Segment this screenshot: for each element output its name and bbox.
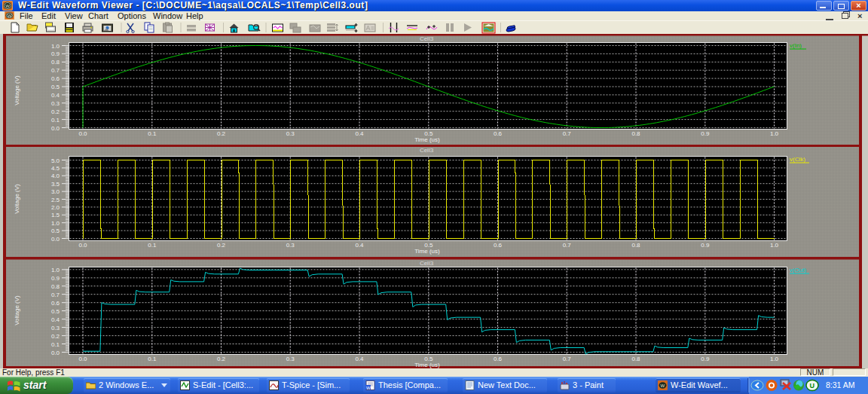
svg-text:0.1: 0.1 <box>51 117 60 124</box>
svg-text:0.7: 0.7 <box>51 67 60 74</box>
svg-text:0.7: 0.7 <box>563 242 572 249</box>
svg-text:0.2: 0.2 <box>217 242 226 249</box>
svg-text:0.0: 0.0 <box>78 242 87 249</box>
svg-text:0.3: 0.3 <box>286 356 295 362</box>
svg-text:0.5: 0.5 <box>51 308 60 315</box>
svg-text:0.7: 0.7 <box>563 130 572 137</box>
svg-text:0.8: 0.8 <box>51 283 60 290</box>
svg-text:W: W <box>366 386 371 390</box>
svg-text:0.4: 0.4 <box>51 92 60 99</box>
svg-text:1.0: 1.0 <box>51 267 60 273</box>
svg-text:0.3: 0.3 <box>286 242 295 249</box>
svg-text:0.0: 0.0 <box>78 130 87 137</box>
svg-text:0.0: 0.0 <box>51 236 60 243</box>
svg-text:0.4: 0.4 <box>355 356 364 362</box>
svg-text:0.5: 0.5 <box>51 84 60 90</box>
svg-text:0.3: 0.3 <box>51 325 60 331</box>
svg-text:0.3: 0.3 <box>51 100 60 107</box>
svg-text:2.0: 2.0 <box>51 204 60 211</box>
svg-text:0.3: 0.3 <box>286 130 295 137</box>
svg-text:0.2: 0.2 <box>217 356 226 362</box>
svg-text:Voltage (V): Voltage (V) <box>14 184 20 214</box>
svg-text:4.0: 4.0 <box>51 173 60 179</box>
svg-text:Time (us): Time (us) <box>414 136 440 143</box>
svg-text:Time (us): Time (us) <box>414 362 440 368</box>
svg-text:0.0: 0.0 <box>51 350 60 356</box>
svg-text:0.1: 0.1 <box>148 356 157 362</box>
svg-text:0.1: 0.1 <box>51 341 60 348</box>
svg-text:U: U <box>810 382 815 389</box>
svg-text:0.4: 0.4 <box>355 242 364 249</box>
svg-text:Cell3: Cell3 <box>420 260 434 267</box>
svg-text:0.6: 0.6 <box>494 356 503 362</box>
svg-text:v(Clk): v(Clk) <box>790 156 805 163</box>
svg-text:1.0: 1.0 <box>770 356 779 362</box>
svg-text:1.0: 1.0 <box>51 43 60 50</box>
svg-text:0.1: 0.1 <box>148 130 157 137</box>
svg-text:0.9: 0.9 <box>701 356 710 362</box>
svg-text:0.2: 0.2 <box>51 108 60 115</box>
svg-text:0.7: 0.7 <box>51 292 60 298</box>
svg-text:v(Out): v(Out) <box>790 267 807 273</box>
svg-text:Cell3: Cell3 <box>420 147 434 154</box>
svg-text:0.6: 0.6 <box>51 75 60 82</box>
svg-text:W: W <box>661 383 665 388</box>
svg-text:0.6: 0.6 <box>494 242 503 249</box>
svg-text:0.9: 0.9 <box>51 50 60 57</box>
svg-text:0.6: 0.6 <box>494 130 503 137</box>
svg-text:0.8: 0.8 <box>631 130 640 137</box>
svg-text:v(In): v(In) <box>790 42 802 49</box>
svg-text:Time (us): Time (us) <box>414 248 440 255</box>
svg-text:4.5: 4.5 <box>51 165 60 172</box>
svg-text:0.5: 0.5 <box>51 228 60 234</box>
svg-text:Cell3: Cell3 <box>420 35 434 42</box>
svg-text:0.9: 0.9 <box>51 275 60 282</box>
svg-text:0.8: 0.8 <box>631 356 640 362</box>
svg-text:2.5: 2.5 <box>51 197 60 203</box>
svg-text:8:31 AM: 8:31 AM <box>826 380 855 389</box>
svg-text:3.5: 3.5 <box>51 181 60 188</box>
svg-text:0.6: 0.6 <box>51 300 60 307</box>
svg-text:1.5: 1.5 <box>51 212 60 218</box>
svg-text:0.9: 0.9 <box>701 130 710 137</box>
svg-text:0.4: 0.4 <box>355 130 364 137</box>
svg-text:0.1: 0.1 <box>148 242 157 249</box>
svg-text:0.8: 0.8 <box>51 59 60 66</box>
svg-text:0.7: 0.7 <box>563 356 572 362</box>
svg-text:0.8: 0.8 <box>631 242 640 249</box>
svg-text:0.2: 0.2 <box>217 130 226 137</box>
svg-text:3.0: 3.0 <box>51 188 60 195</box>
svg-text:5.0: 5.0 <box>51 157 60 164</box>
svg-text:Voltage (V): Voltage (V) <box>14 75 20 105</box>
svg-text:1.0: 1.0 <box>770 242 779 249</box>
svg-text:0.0: 0.0 <box>78 356 87 362</box>
svg-text:0.0: 0.0 <box>51 125 60 132</box>
svg-text:0.9: 0.9 <box>701 242 710 249</box>
svg-text:1.0: 1.0 <box>770 130 779 137</box>
svg-text:Voltage (V): Voltage (V) <box>14 295 20 325</box>
svg-text:0.4: 0.4 <box>51 316 60 323</box>
svg-text:1.0: 1.0 <box>51 220 60 227</box>
svg-text:0.2: 0.2 <box>51 333 60 340</box>
